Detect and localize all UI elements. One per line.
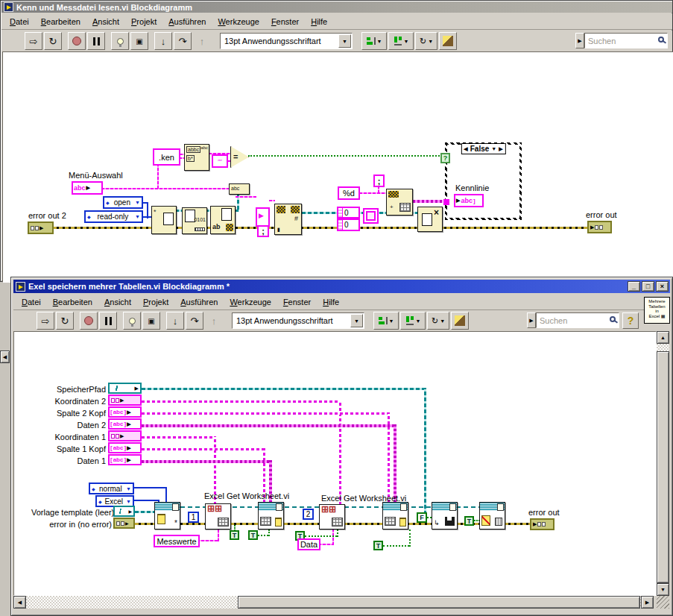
font-selector[interactable]: 13pt Anwendungsschriftart ▼	[220, 33, 353, 49]
search-history-button[interactable]: ▶	[527, 312, 536, 328]
cleanup-diagram-button[interactable]	[451, 312, 469, 330]
daten-1-terminal[interactable]: [abc]▶	[108, 454, 142, 465]
empty-array-constant[interactable]	[363, 208, 379, 224]
menu-ansicht[interactable]: Ansicht	[99, 296, 136, 308]
normal-enum-constant[interactable]: ◆normal▼	[89, 483, 134, 494]
pause-button[interactable]	[87, 32, 105, 50]
equal-node[interactable]: =	[230, 146, 249, 168]
messwerte-string-constant[interactable]: Messwerte	[154, 535, 200, 547]
distribute-objects-button[interactable]: ▼	[388, 32, 414, 50]
highlight-execution-button[interactable]	[123, 312, 141, 330]
error-out-2-terminal[interactable]: ▶	[28, 221, 54, 234]
menu-fenster[interactable]: Fenster	[278, 296, 316, 308]
menu-werkzeuge[interactable]: Werkzeuge	[224, 296, 276, 308]
menu-datei[interactable]: Datei	[4, 16, 34, 28]
case-structure[interactable]: ◀ False ▼ ▶ ? Kennlinie ▶ abc ]	[445, 142, 522, 220]
block-diagram-canvas[interactable]: SpeicherPfad ▶ Koordinaten 2 ▶ Spalte 2 …	[13, 331, 657, 596]
vorlage-path-terminal[interactable]: ▶	[113, 506, 135, 517]
distribute-objects-button[interactable]: ▼	[400, 312, 426, 330]
hscroll-left-arrow[interactable]: ◀	[0, 351, 10, 363]
menu-bearbeiten[interactable]: Bearbeiten	[36, 16, 86, 28]
string-subset-node[interactable]: ▶	[256, 207, 270, 227]
maximize-button[interactable]: □	[642, 281, 654, 292]
titlebar[interactable]: Kenn und Messdatei lesen.vi Blockdiagram…	[1, 1, 672, 13]
excel-get-worksheet-node-1[interactable]: ⊞⊞	[205, 503, 231, 529]
menu-projekt[interactable]: Projekt	[138, 296, 174, 308]
hscroll-left-button[interactable]: ◀	[13, 596, 26, 609]
data-string-constant[interactable]: Data	[297, 538, 320, 550]
menu-datei[interactable]: Datei	[16, 296, 46, 308]
titlebar[interactable]: Exel speichern mehrer Tabellen.vi Blockd…	[13, 280, 670, 293]
step-over-button[interactable]: ↷	[186, 312, 203, 330]
spalte-2-kopf-terminal[interactable]: [abc]▶	[108, 406, 142, 418]
menu-fenster[interactable]: Fenster	[266, 16, 304, 28]
error-in-terminal[interactable]: ▶	[113, 518, 135, 529]
menu-ausfuehren[interactable]: Ausführen	[175, 296, 223, 308]
true-constant-2[interactable]: T	[248, 530, 258, 540]
menu-ausfuehren[interactable]: Ausführen	[163, 16, 211, 28]
true-constant-5[interactable]: T	[464, 516, 474, 526]
menu-projekt[interactable]: Projekt	[126, 16, 162, 28]
chevron-down-icon[interactable]: ▼	[491, 146, 496, 151]
vi-icon[interactable]: MehrereTabellen inExcel ▦	[644, 297, 670, 324]
new-report-node[interactable]: *	[154, 502, 180, 529]
vscroll-down-button[interactable]: ▼	[657, 583, 669, 596]
resize-grip[interactable]	[657, 596, 669, 609]
block-diagram-canvas[interactable]: Menü-Auswahl abc ▶ .ken abbc b* abc ″″ =	[2, 51, 673, 283]
vscroll-track[interactable]	[657, 344, 669, 351]
spalte-1-kopf-terminal[interactable]: [abc]▶	[108, 442, 142, 453]
two-constant[interactable]: 2	[303, 509, 314, 520]
align-objects-button[interactable]: ▼	[373, 312, 399, 330]
excel-easy-table-node-2[interactable]	[382, 502, 408, 529]
step-into-button[interactable]: ↓	[166, 312, 184, 330]
hscroll-right-button[interactable]: ▶	[641, 596, 654, 609]
true-constant-1[interactable]: T	[230, 530, 239, 540]
font-selector[interactable]: 13pt Anwendungsschriftart ▼	[232, 312, 364, 329]
font-selector-dropdown[interactable]: ▼	[338, 34, 351, 48]
retain-wire-values-button[interactable]: ▣	[142, 312, 160, 330]
case-next-icon[interactable]: ▶	[499, 146, 502, 152]
excel-get-worksheet-node-2[interactable]: ⊞⊞	[319, 504, 345, 529]
highlight-execution-button[interactable]	[111, 32, 129, 50]
run-continuous-button[interactable]: ↻	[56, 312, 74, 330]
case-prev-icon[interactable]: ◀	[464, 146, 467, 152]
reorder-button[interactable]: ↻▼	[415, 32, 437, 50]
menu-auswahl-string-control[interactable]: abc ▶	[72, 181, 103, 195]
daten-2-terminal[interactable]: [abc]▶	[108, 418, 142, 430]
semicolon-constant[interactable]: ;	[257, 225, 269, 237]
step-over-button[interactable]: ↷	[174, 32, 192, 50]
dispose-report-node[interactable]	[479, 502, 505, 529]
run-continuous-button[interactable]: ↻	[44, 32, 62, 50]
vscroll-thumb[interactable]	[657, 351, 669, 583]
file-size-node[interactable]: 0101	[182, 207, 207, 234]
string-to-path-node[interactable]: abc	[229, 183, 250, 195]
close-button[interactable]: ×	[656, 281, 669, 292]
case-selector[interactable]: ◀ False ▼ ▶	[461, 143, 505, 154]
search-history-button[interactable]: ▶	[575, 33, 584, 48]
false-constant[interactable]: F	[417, 512, 427, 523]
zero-constant-2[interactable]: 0	[337, 219, 360, 231]
koordinaten-1-terminal[interactable]: ▶	[108, 430, 142, 441]
open-create-file-node[interactable]: *	[151, 206, 177, 234]
spreadsheet-string-to-array-node[interactable]: # ▮	[274, 204, 302, 235]
array-to-spreadsheet-string-node[interactable]: +	[386, 189, 413, 216]
ken-string-constant[interactable]: .ken	[153, 148, 180, 166]
koordinaten-2-terminal[interactable]: ▶	[108, 395, 142, 406]
empty-string-constant[interactable]: ″″	[212, 154, 228, 168]
excel-easy-table-node-1[interactable]	[258, 502, 284, 529]
speicherpfad-terminal[interactable]: ▶	[108, 383, 142, 394]
cleanup-diagram-button[interactable]	[439, 32, 457, 50]
minimize-button[interactable]: _	[628, 281, 640, 292]
hscroll-thumb[interactable]	[238, 596, 640, 609]
retain-wire-values-button[interactable]: ▣	[130, 32, 148, 50]
save-report-node[interactable]: ↳	[432, 502, 458, 529]
pause-button[interactable]	[99, 312, 117, 330]
match-pattern-node[interactable]: abbc b* abc	[184, 144, 209, 171]
reorder-button[interactable]: ↻▼	[427, 312, 449, 330]
run-button[interactable]: ⇨	[25, 32, 42, 50]
search-input[interactable]	[584, 33, 668, 48]
align-objects-button[interactable]: ▼	[361, 32, 387, 50]
format-string-constant[interactable]: %d	[338, 186, 360, 200]
context-help-button[interactable]: ?	[622, 312, 639, 329]
error-out-terminal[interactable]: ▶	[587, 221, 612, 233]
